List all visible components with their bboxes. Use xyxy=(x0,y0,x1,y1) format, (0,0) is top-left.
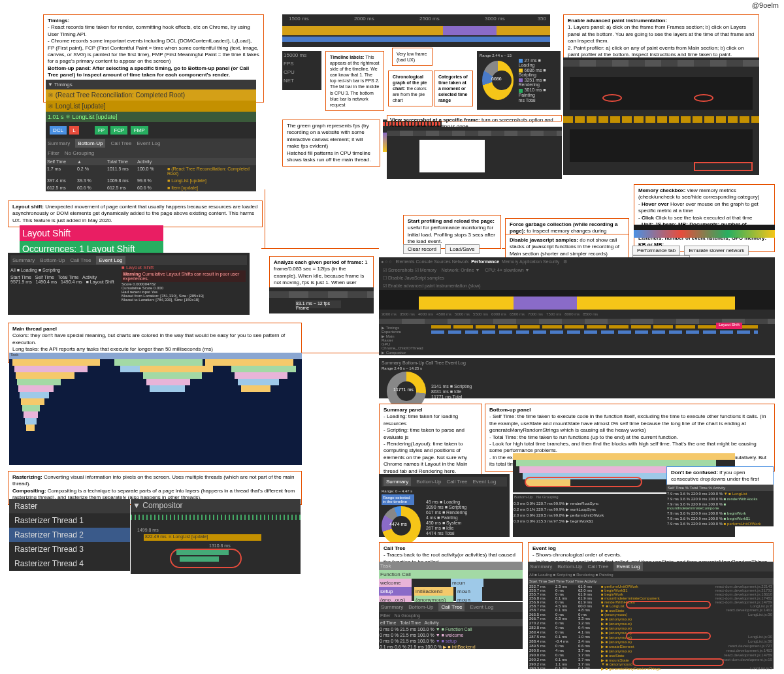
layout-shift-annotation: Layout shift: Unexpected movement of pag… xyxy=(8,201,263,227)
paint-instrumentation-annotation: Enable advanced paint instrumentation: 1… xyxy=(563,14,759,61)
low-frame-annotation: Very low frame (bad UX) xyxy=(392,48,433,66)
large-devtools[interactable]: ● ○ ○ Elements Console Sources Network P… xyxy=(379,257,775,355)
screenshot-panel[interactable] xyxy=(387,127,562,179)
timeline-labels-annotation: Timeline labels: This appears at the rig… xyxy=(325,51,384,111)
paint-panel[interactable] xyxy=(563,57,759,175)
load-badge: L xyxy=(69,126,78,135)
layout-shift-panel: Layout Shift Occurrences: 1 Layout Shift xyxy=(20,225,163,257)
compositor-header: ▼ Compositor xyxy=(131,499,301,512)
memory-annotation: Memory checkbox: view memory metrics (ch… xyxy=(634,184,775,252)
memory-graph[interactable] xyxy=(634,225,775,238)
record-buttons: Clear record Load/Save xyxy=(403,244,482,254)
fps-cpu-labels: 15000 ms FPS CPU NET xyxy=(282,51,321,90)
call-tree-table[interactable]: SummaryBottom-UpCall TreeEvent Log Filte… xyxy=(379,602,523,649)
clear-record-button[interactable]: Clear record xyxy=(403,244,441,254)
load-save-button[interactable]: Load/Save xyxy=(445,244,479,254)
call-tree-stack: Task Function Call welcome moun setup in… xyxy=(379,562,523,601)
green-graph-annotation: The green graph represents fps (try reco… xyxy=(282,120,380,167)
fcp-badge: FCP xyxy=(110,126,127,135)
pie-cat-annotation: Categories of time taken at a moment or … xyxy=(434,71,473,106)
pie-desc-annotation: Chronological graph of the pie chart: th… xyxy=(388,71,433,106)
bottomup-tab[interactable]: Bottom-Up xyxy=(75,139,105,148)
fp-badge: FP xyxy=(95,126,108,135)
layout-shift-details: SummaryBottom-UpCall TreeEvent Log All ■… xyxy=(8,253,250,315)
main-thread-flame[interactable]: Task xyxy=(9,353,302,465)
right-pie-panel: Summary Bottom-Up Call Tree Event Log Ra… xyxy=(379,358,775,398)
author-handle: @9oelm xyxy=(752,1,779,9)
summary-pie: SummaryBottom-UpCall TreeEvent Log Range… xyxy=(379,474,510,537)
perf-tab-button[interactable]: Performance tab xyxy=(632,246,680,255)
screenshot-annotation: View screenshot at a specific frame: tur… xyxy=(387,115,562,121)
pie-chart-panel: Range 2.44 s – 15 6686 27 ms ■ Loading 6… xyxy=(477,51,561,110)
profiling-annotation: Start profiling and reload the page: use… xyxy=(403,215,501,249)
emulate-network-button[interactable]: Emulate slower network xyxy=(684,246,749,255)
disable-js-annotation: Disable javascript samples: do not show … xyxy=(505,234,629,261)
fmp-badge: FMP xyxy=(131,126,148,135)
timings-panel: ▼ Timings ⚛ (React Tree Reconciliation: … xyxy=(46,80,256,191)
confused-table: Self Time % Total Time % Activity 7.9 ms… xyxy=(666,485,774,526)
event-log-table[interactable]: SummaryBottom-UpCall TreeEvent Log All ■… xyxy=(528,562,774,669)
raster-threads: Raster Rasterizer Thread 1 Rasterizer Th… xyxy=(9,499,130,571)
compositor-timeline[interactable]: 1499.8 ms 822.49 ms ⚛ LongList [update] … xyxy=(131,512,301,574)
analyze-panel[interactable]: 83.1 ms ~ 12 fps Frame xyxy=(269,287,374,313)
dcl-badge: DCL xyxy=(50,126,67,135)
top-timeline[interactable]: 1500 ms 2000 ms 2500 ms 3000 ms 350 xyxy=(282,14,550,47)
